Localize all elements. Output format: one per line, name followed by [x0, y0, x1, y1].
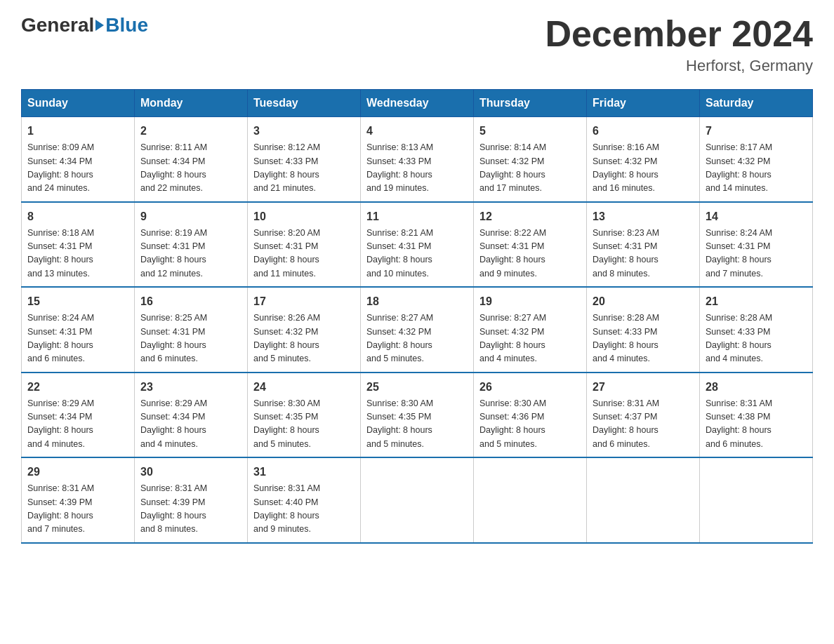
day-number: 22 — [27, 379, 128, 396]
calendar-cell: 21Sunrise: 8:28 AMSunset: 4:33 PMDayligh… — [700, 287, 813, 373]
calendar-cell: 25Sunrise: 8:30 AMSunset: 4:35 PMDayligh… — [361, 373, 474, 458]
weekday-header-row: SundayMondayTuesdayWednesdayThursdayFrid… — [22, 90, 813, 117]
weekday-header-sunday: Sunday — [22, 90, 135, 117]
calendar-cell: 19Sunrise: 8:27 AMSunset: 4:32 PMDayligh… — [474, 287, 587, 373]
week-row-4: 22Sunrise: 8:29 AMSunset: 4:34 PMDayligh… — [22, 373, 813, 458]
day-info: Sunrise: 8:30 AMSunset: 4:35 PMDaylight:… — [253, 397, 355, 452]
week-row-3: 15Sunrise: 8:24 AMSunset: 4:31 PMDayligh… — [22, 287, 813, 373]
calendar-cell: 18Sunrise: 8:27 AMSunset: 4:32 PMDayligh… — [361, 287, 474, 373]
day-number: 26 — [479, 379, 581, 396]
calendar-cell: 2Sunrise: 8:11 AMSunset: 4:34 PMDaylight… — [135, 117, 248, 202]
subtitle: Herforst, Germany — [545, 57, 813, 75]
logo-blue: Blue — [105, 14, 148, 36]
day-number: 1 — [27, 123, 128, 140]
day-number: 21 — [706, 293, 807, 310]
weekday-header-tuesday: Tuesday — [248, 90, 361, 117]
calendar-cell: 28Sunrise: 8:31 AMSunset: 4:38 PMDayligh… — [700, 373, 813, 458]
calendar-cell — [587, 457, 700, 543]
logo: General Blue — [21, 14, 148, 36]
day-number: 14 — [706, 208, 807, 225]
day-number: 6 — [593, 123, 694, 140]
day-info: Sunrise: 8:31 AMSunset: 4:39 PMDaylight:… — [27, 482, 128, 537]
day-info: Sunrise: 8:31 AMSunset: 4:38 PMDaylight:… — [706, 397, 807, 452]
calendar-cell: 22Sunrise: 8:29 AMSunset: 4:34 PMDayligh… — [22, 373, 135, 458]
day-info: Sunrise: 8:26 AMSunset: 4:32 PMDaylight:… — [253, 311, 355, 366]
day-number: 8 — [27, 208, 128, 225]
day-number: 18 — [366, 293, 468, 310]
page-title: December 2024 — [545, 14, 813, 54]
day-number: 27 — [593, 379, 694, 396]
weekday-header-friday: Friday — [587, 90, 700, 117]
day-info: Sunrise: 8:23 AMSunset: 4:31 PMDaylight:… — [593, 227, 694, 281]
day-info: Sunrise: 8:28 AMSunset: 4:33 PMDaylight:… — [593, 311, 694, 366]
day-number: 15 — [27, 293, 128, 310]
day-number: 16 — [140, 293, 241, 310]
weekday-header-wednesday: Wednesday — [361, 90, 474, 117]
calendar-cell: 29Sunrise: 8:31 AMSunset: 4:39 PMDayligh… — [22, 457, 135, 543]
day-number: 29 — [27, 464, 128, 481]
calendar-cell: 17Sunrise: 8:26 AMSunset: 4:32 PMDayligh… — [248, 287, 361, 373]
day-info: Sunrise: 8:19 AMSunset: 4:31 PMDaylight:… — [140, 227, 241, 281]
calendar-cell: 5Sunrise: 8:14 AMSunset: 4:32 PMDaylight… — [474, 117, 587, 202]
day-info: Sunrise: 8:25 AMSunset: 4:31 PMDaylight:… — [140, 311, 241, 366]
day-number: 19 — [479, 293, 581, 310]
calendar-cell: 30Sunrise: 8:31 AMSunset: 4:39 PMDayligh… — [135, 457, 248, 543]
day-number: 10 — [253, 208, 355, 225]
day-info: Sunrise: 8:20 AMSunset: 4:31 PMDaylight:… — [253, 227, 355, 281]
day-number: 11 — [366, 208, 468, 225]
day-number: 17 — [253, 293, 355, 310]
day-info: Sunrise: 8:21 AMSunset: 4:31 PMDaylight:… — [366, 227, 468, 281]
calendar-cell: 10Sunrise: 8:20 AMSunset: 4:31 PMDayligh… — [248, 202, 361, 288]
calendar-cell: 31Sunrise: 8:31 AMSunset: 4:40 PMDayligh… — [248, 457, 361, 543]
day-info: Sunrise: 8:29 AMSunset: 4:34 PMDaylight:… — [140, 397, 241, 452]
day-number: 12 — [479, 208, 581, 225]
calendar-cell: 1Sunrise: 8:09 AMSunset: 4:34 PMDaylight… — [22, 117, 135, 202]
day-info: Sunrise: 8:17 AMSunset: 4:32 PMDaylight:… — [706, 141, 807, 196]
calendar-cell: 27Sunrise: 8:31 AMSunset: 4:37 PMDayligh… — [587, 373, 700, 458]
calendar-cell: 14Sunrise: 8:24 AMSunset: 4:31 PMDayligh… — [700, 202, 813, 288]
day-info: Sunrise: 8:24 AMSunset: 4:31 PMDaylight:… — [27, 311, 128, 366]
calendar-cell: 20Sunrise: 8:28 AMSunset: 4:33 PMDayligh… — [587, 287, 700, 373]
day-number: 4 — [366, 123, 468, 140]
calendar-table: SundayMondayTuesdayWednesdayThursdayFrid… — [21, 89, 813, 544]
day-number: 5 — [479, 123, 581, 140]
weekday-header-monday: Monday — [135, 90, 248, 117]
day-number: 30 — [140, 464, 241, 481]
day-info: Sunrise: 8:12 AMSunset: 4:33 PMDaylight:… — [253, 141, 355, 196]
calendar-cell: 3Sunrise: 8:12 AMSunset: 4:33 PMDaylight… — [248, 117, 361, 202]
logo-text: General Blue — [21, 14, 148, 36]
calendar-cell: 4Sunrise: 8:13 AMSunset: 4:33 PMDaylight… — [361, 117, 474, 202]
calendar-cell — [474, 457, 587, 543]
day-info: Sunrise: 8:18 AMSunset: 4:31 PMDaylight:… — [27, 227, 128, 281]
weekday-header-saturday: Saturday — [700, 90, 813, 117]
day-number: 24 — [253, 379, 355, 396]
day-number: 13 — [593, 208, 694, 225]
day-info: Sunrise: 8:27 AMSunset: 4:32 PMDaylight:… — [479, 311, 581, 366]
calendar-cell: 23Sunrise: 8:29 AMSunset: 4:34 PMDayligh… — [135, 373, 248, 458]
calendar-cell: 11Sunrise: 8:21 AMSunset: 4:31 PMDayligh… — [361, 202, 474, 288]
calendar-cell: 9Sunrise: 8:19 AMSunset: 4:31 PMDaylight… — [135, 202, 248, 288]
calendar-cell: 6Sunrise: 8:16 AMSunset: 4:32 PMDaylight… — [587, 117, 700, 202]
day-info: Sunrise: 8:28 AMSunset: 4:33 PMDaylight:… — [706, 311, 807, 366]
week-row-5: 29Sunrise: 8:31 AMSunset: 4:39 PMDayligh… — [22, 457, 813, 543]
header: General Blue December 2024 Herforst, Ger… — [21, 14, 813, 75]
day-number: 31 — [253, 464, 355, 481]
calendar-cell: 13Sunrise: 8:23 AMSunset: 4:31 PMDayligh… — [587, 202, 700, 288]
day-info: Sunrise: 8:16 AMSunset: 4:32 PMDaylight:… — [593, 141, 694, 196]
day-number: 23 — [140, 379, 241, 396]
day-info: Sunrise: 8:11 AMSunset: 4:34 PMDaylight:… — [140, 141, 241, 196]
week-row-1: 1Sunrise: 8:09 AMSunset: 4:34 PMDaylight… — [22, 117, 813, 202]
calendar-cell: 7Sunrise: 8:17 AMSunset: 4:32 PMDaylight… — [700, 117, 813, 202]
weekday-header-thursday: Thursday — [474, 90, 587, 117]
day-info: Sunrise: 8:13 AMSunset: 4:33 PMDaylight:… — [366, 141, 468, 196]
calendar-cell: 16Sunrise: 8:25 AMSunset: 4:31 PMDayligh… — [135, 287, 248, 373]
day-info: Sunrise: 8:22 AMSunset: 4:31 PMDaylight:… — [479, 227, 581, 281]
day-number: 3 — [253, 123, 355, 140]
day-number: 2 — [140, 123, 241, 140]
day-number: 25 — [366, 379, 468, 396]
logo-general: General — [21, 14, 94, 36]
day-number: 20 — [593, 293, 694, 310]
day-info: Sunrise: 8:31 AMSunset: 4:37 PMDaylight:… — [593, 397, 694, 452]
day-number: 28 — [706, 379, 807, 396]
calendar-cell: 26Sunrise: 8:30 AMSunset: 4:36 PMDayligh… — [474, 373, 587, 458]
